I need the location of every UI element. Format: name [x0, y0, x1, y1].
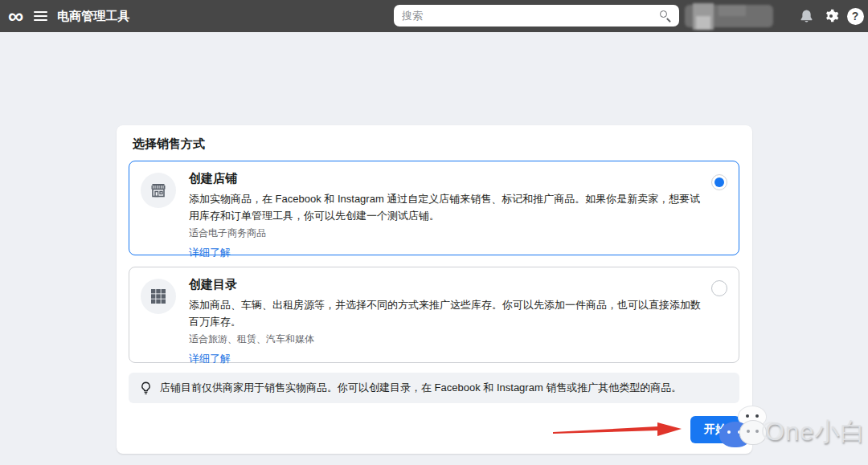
app-title: 电商管理工具 [57, 9, 129, 24]
option-shop-suitable: 适合电子商务商品 [189, 226, 703, 240]
grid-icon [141, 279, 176, 314]
search-icon [660, 10, 671, 22]
option-shop-title: 创建店铺 [189, 171, 703, 186]
option-create-catalog[interactable]: 创建目录 添加商品、车辆、出租房源等，并选择不同的方式来推广这些库存。你可以先添… [129, 267, 739, 363]
search-input[interactable] [402, 10, 660, 22]
hamburger-menu-icon[interactable] [34, 11, 47, 21]
watermark-text: One小白 [765, 415, 866, 449]
meta-logo-icon[interactable]: ∞ [8, 2, 23, 31]
bell-icon [799, 9, 814, 24]
redacted-account-info [685, 2, 773, 30]
wechat-bubble-outline-icon [762, 422, 780, 440]
top-navigation-bar: ∞ 电商管理工具 ? [0, 0, 868, 32]
settings-button[interactable] [821, 6, 841, 26]
notifications-button[interactable] [796, 6, 816, 26]
option-catalog-suitable: 适合旅游、租赁、汽车和媒体 [189, 332, 703, 346]
search-box[interactable] [394, 5, 679, 27]
start-button[interactable]: 开始 [690, 416, 740, 443]
question-mark-icon: ? [847, 8, 864, 25]
option-shop-radio[interactable] [711, 174, 727, 190]
option-catalog-radio[interactable] [711, 280, 727, 296]
option-shop-description: 添加实物商品，在 Facebook 和 Instagram 通过自定义店铺来销售… [189, 190, 703, 224]
lightbulb-icon [140, 381, 152, 395]
option-catalog-learn-more-link[interactable]: 详细了解 [189, 352, 231, 366]
notice-text: 店铺目前仅供商家用于销售实物商品。你可以创建目录，在 Facebook 和 In… [160, 381, 682, 395]
notice-banner: 店铺目前仅供商家用于销售实物商品。你可以创建目录，在 Facebook 和 In… [129, 373, 739, 403]
option-catalog-description: 添加商品、车辆、出租房源等，并选择不同的方式来推广这些库存。你可以先添加一件商品… [189, 296, 703, 330]
selling-method-card: 选择销售方式 创建店铺 添加实物商品，在 Facebook 和 Instagra… [117, 125, 752, 454]
option-catalog-title: 创建目录 [189, 277, 703, 292]
option-create-shop[interactable]: 创建店铺 添加实物商品，在 Facebook 和 Instagram 通过自定义… [129, 161, 739, 255]
help-button[interactable]: ? [845, 6, 865, 26]
page-title: 选择销售方式 [133, 137, 205, 152]
option-shop-learn-more-link[interactable]: 详细了解 [189, 246, 231, 260]
gear-icon [823, 8, 839, 24]
storefront-icon [141, 173, 176, 208]
